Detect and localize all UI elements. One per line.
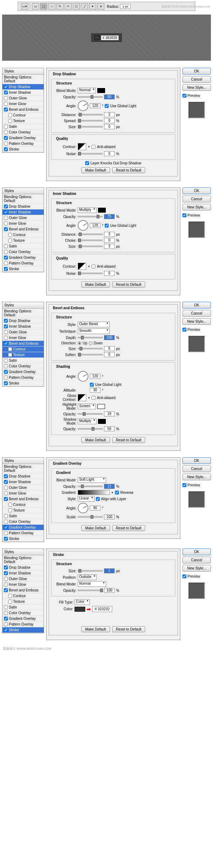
spread-slider[interactable] xyxy=(78,120,103,121)
reset-default-button[interactable]: Reset to Default xyxy=(112,167,146,173)
style-outer-glow[interactable]: Outer Glow xyxy=(2,485,44,491)
style-outer-glow[interactable]: Outer Glow xyxy=(2,329,44,335)
stroke-color-swatch[interactable] xyxy=(75,607,85,612)
depth-slider[interactable] xyxy=(78,337,103,338)
style-bevel[interactable]: Bevel and Emboss xyxy=(2,341,44,346)
shadow-mode-select[interactable]: Multiply xyxy=(78,419,97,424)
style-inner-shadow[interactable]: Inner Shadow xyxy=(2,479,44,485)
contour-picker[interactable] xyxy=(78,263,86,270)
freeform-tool[interactable]: ✑ xyxy=(65,3,72,10)
tool-options[interactable]: ▾ xyxy=(97,3,104,10)
style-inner-glow[interactable]: Inner Glow xyxy=(2,221,44,226)
style-drop-shadow[interactable]: Drop Shadow xyxy=(2,204,44,209)
color-swatch[interactable] xyxy=(97,88,105,93)
noise-slider[interactable] xyxy=(78,273,103,274)
style-contour[interactable]: Contour xyxy=(2,502,44,508)
style-satin[interactable]: Satin xyxy=(2,244,44,249)
soften-slider[interactable] xyxy=(78,354,103,355)
blending-options[interactable]: Blending Options: Default xyxy=(2,464,44,474)
style-pattern-overlay[interactable]: Pattern Overlay xyxy=(2,375,44,381)
reset-default-button[interactable]: Reset to Default xyxy=(112,525,146,531)
global-light-checkbox[interactable] xyxy=(105,104,109,108)
style-satin[interactable]: Satin xyxy=(2,358,44,364)
style-bevel[interactable]: Bevel and Emboss xyxy=(2,226,44,232)
style-pattern-overlay[interactable]: Pattern Overlay xyxy=(2,141,44,147)
ellipse-tool[interactable]: ○ xyxy=(48,3,55,10)
noise-slider[interactable] xyxy=(78,153,103,154)
style-inner-shadow[interactable]: Inner Shadow xyxy=(2,209,44,215)
style-texture[interactable]: Texture xyxy=(2,352,44,358)
blend-mode-select[interactable]: Multiply xyxy=(78,207,97,213)
choke-slider[interactable] xyxy=(78,240,103,241)
style-texture[interactable]: Texture xyxy=(2,238,44,244)
reset-default-button[interactable]: Reset to Default xyxy=(112,282,146,288)
blend-mode-select[interactable]: Normal xyxy=(78,581,106,587)
style-bevel[interactable]: Bevel and Emboss xyxy=(2,496,44,502)
style-gradient-overlay[interactable]: Gradient Overlay xyxy=(2,135,44,141)
style-stroke[interactable]: Stroke xyxy=(2,266,44,272)
style-color-overlay[interactable]: Color Overlay xyxy=(2,249,44,255)
blend-mode-select[interactable]: Normal xyxy=(78,88,96,93)
style-contour[interactable]: Contour xyxy=(2,113,44,118)
shadow-color-swatch[interactable] xyxy=(98,419,106,424)
layer-knocks-checkbox[interactable] xyxy=(85,161,89,165)
checkbox-icon[interactable] xyxy=(4,85,8,89)
ok-button[interactable]: OK xyxy=(182,68,211,75)
blending-options[interactable]: Blending Options: Default xyxy=(2,75,44,84)
cancel-button[interactable]: Cancel xyxy=(182,557,211,563)
style-gradient-overlay[interactable]: Gradient Overlay xyxy=(2,525,44,530)
technique-select[interactable]: Smooth xyxy=(78,328,110,334)
preview-checkbox[interactable] xyxy=(182,483,186,487)
global-light-checkbox[interactable] xyxy=(90,383,94,387)
style-pattern-overlay[interactable]: Pattern Overlay xyxy=(2,261,44,266)
custom-shape-tool[interactable]: ✦ xyxy=(89,3,96,10)
style-contour[interactable]: Contour xyxy=(2,346,44,352)
polygon-tool[interactable]: ⬠ xyxy=(73,3,80,10)
style-texture[interactable]: Texture xyxy=(2,118,44,124)
preview-checkbox[interactable] xyxy=(182,328,186,332)
style-stroke[interactable]: Stroke xyxy=(2,536,44,542)
size-slider[interactable] xyxy=(78,126,103,127)
style-gradient-overlay[interactable]: Gradient Overlay xyxy=(2,616,44,622)
sd-opacity-slider[interactable] xyxy=(78,428,103,430)
opacity-input[interactable]: 50 xyxy=(104,94,115,99)
color-swatch[interactable] xyxy=(98,208,106,213)
angle-dial[interactable] xyxy=(78,371,88,382)
make-default-button[interactable]: Make Default xyxy=(81,437,110,443)
cancel-button[interactable]: Cancel xyxy=(182,465,211,472)
opacity-slider[interactable] xyxy=(78,590,103,591)
style-stroke[interactable]: Stroke xyxy=(2,147,44,152)
angle-dial[interactable] xyxy=(78,220,88,231)
angle-dial[interactable] xyxy=(78,100,88,111)
blending-options[interactable]: Blending Options: Default xyxy=(2,555,44,565)
reset-default-button[interactable]: Reset to Default xyxy=(112,437,146,443)
opacity-slider[interactable] xyxy=(78,96,103,98)
new-style-button[interactable]: New Style... xyxy=(182,84,211,91)
style-outer-glow[interactable]: Outer Glow xyxy=(2,95,44,101)
style-inner-glow[interactable]: Inner Glow xyxy=(2,582,44,588)
new-style-button[interactable]: New Style... xyxy=(182,474,211,480)
fill-type-select[interactable]: Color xyxy=(75,599,90,605)
style-satin[interactable]: Satin xyxy=(2,513,44,519)
style-outer-glow[interactable]: Outer Glow xyxy=(2,576,44,582)
preview-checkbox[interactable] xyxy=(182,94,186,98)
angle-dial[interactable] xyxy=(78,503,88,513)
ok-button[interactable]: OK xyxy=(182,457,211,464)
style-drop-shadow[interactable]: Drop Shadow xyxy=(2,565,44,571)
style-inner-shadow[interactable]: Inner Shadow xyxy=(2,571,44,576)
style-inner-shadow[interactable]: Inner Shadow xyxy=(2,324,44,329)
ok-button[interactable]: OK xyxy=(182,187,211,194)
style-inner-glow[interactable]: Inner Glow xyxy=(2,491,44,496)
bevel-style-select[interactable]: Outer Bevel xyxy=(78,322,110,327)
reverse-checkbox[interactable] xyxy=(115,491,119,495)
ok-button[interactable]: OK xyxy=(182,548,211,555)
radius-input[interactable] xyxy=(120,4,131,9)
contour-picker[interactable] xyxy=(78,143,86,150)
style-bevel[interactable]: Bevel and Emboss xyxy=(2,107,44,113)
reset-default-button[interactable]: Reset to Default xyxy=(112,626,146,632)
pen-tool[interactable]: ✎ xyxy=(56,3,64,10)
style-pattern-overlay[interactable]: Pattern Overlay xyxy=(2,530,44,536)
antialiased-checkbox[interactable] xyxy=(92,264,95,268)
make-default-button[interactable]: Make Default xyxy=(81,167,110,173)
style-color-overlay[interactable]: Color Overlay xyxy=(2,519,44,525)
